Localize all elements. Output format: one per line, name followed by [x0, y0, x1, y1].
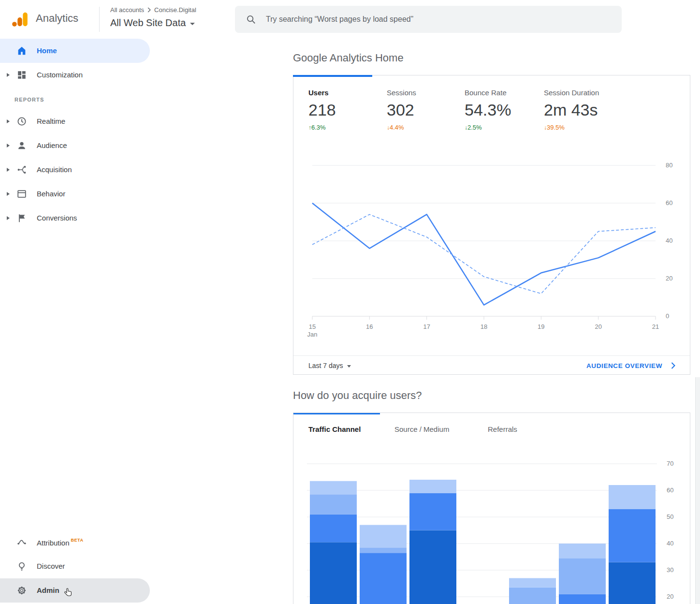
breadcrumb-all-accounts[interactable]: All accounts [110, 6, 144, 14]
sidebar-item-label: Behavior [37, 190, 65, 198]
expand-arrow-icon[interactable] [7, 144, 10, 147]
date-range-selector[interactable]: Last 7 days [308, 362, 351, 369]
expand-arrow-icon[interactable] [7, 119, 10, 123]
realtime-clock-icon [16, 116, 27, 127]
acquisition-branch-icon [16, 164, 27, 175]
traffic-channel-bar-chart[interactable]: 203040506070 [293, 413, 690, 604]
conversions-flag-icon [16, 213, 27, 223]
bar-segment [509, 588, 556, 604]
expand-arrow-icon[interactable] [7, 192, 10, 196]
x-axis-tick-label: 15 [309, 323, 316, 330]
bar-segment [609, 562, 656, 604]
y-axis-tick-label: 70 [667, 460, 673, 467]
chevron-right-icon [671, 362, 675, 369]
beta-badge: BETA [71, 538, 84, 543]
sidebar-item-conversions[interactable]: Conversions [0, 206, 150, 230]
sidebar-item-home[interactable]: Home [0, 39, 150, 63]
bar-segment [310, 494, 357, 514]
mouse-cursor-hand-icon [63, 587, 72, 598]
sidebar-item-label: Customization [37, 71, 83, 79]
acquisition-card: Traffic Channel Source / Medium Referral… [293, 412, 690, 604]
users-trend-line-chart[interactable]: 02040608015Jan161718192021 [293, 75, 690, 374]
sidebar-item-label: Attribution [37, 539, 70, 547]
sidebar-item-discover[interactable]: Discover [0, 554, 150, 578]
y-axis-tick-label: 50 [667, 513, 673, 520]
sidebar-item-label: Realtime [37, 117, 65, 125]
admin-gear-icon [16, 585, 27, 596]
breadcrumb-chevron-icon [147, 7, 151, 13]
product-name: Analytics [36, 12, 78, 25]
y-axis-tick-label: 40 [666, 237, 672, 244]
overview-card: Users 218 ↑6.3% Sessions 302 ↓4.4% Bounc… [293, 75, 690, 375]
bar-segment [310, 542, 357, 604]
bar-segment [360, 547, 407, 553]
vertical-scrollbar[interactable] [695, 377, 700, 604]
bar-segment [559, 594, 606, 604]
sidebar-item-behavior[interactable]: Behavior [0, 182, 150, 206]
expand-arrow-icon[interactable] [7, 216, 10, 220]
sidebar-item-attribution[interactable]: AttributionBETA [0, 530, 150, 554]
chevron-down-icon [347, 365, 351, 368]
bar-segment [360, 553, 407, 604]
search-input[interactable] [266, 15, 622, 24]
bar-segment [559, 558, 606, 594]
search-icon [246, 14, 256, 25]
customization-icon [16, 70, 27, 80]
behavior-window-icon [16, 189, 27, 199]
series-line-previous-period [312, 214, 656, 294]
y-axis-tick-label: 60 [666, 199, 672, 206]
sidebar-item-label: Audience [37, 141, 67, 149]
analytics-logo-icon[interactable] [11, 10, 29, 29]
x-axis-tick-label: 21 [652, 323, 659, 330]
y-axis-tick-label: 30 [667, 566, 673, 574]
bar-segment [409, 493, 456, 530]
sidebar-item-realtime[interactable]: Realtime [0, 109, 150, 133]
sidebar-item-label: Admin [37, 586, 59, 594]
y-axis-tick-label: 20 [667, 593, 673, 600]
google-analytics-app: Analytics All accounts Concise.Digital A… [0, 0, 700, 604]
bar-segment [409, 480, 456, 493]
sidebar-item-label: Acquisition [37, 165, 72, 174]
acquisition-section-title: How do you acquire users? [293, 389, 422, 402]
bar-segment [310, 481, 357, 495]
breadcrumb[interactable]: All accounts Concise.Digital [110, 6, 196, 14]
bar-segment [310, 515, 357, 543]
home-icon [16, 45, 27, 56]
bar-segment [409, 530, 456, 604]
x-axis-tick-label: 16 [366, 323, 373, 330]
date-range-label: Last 7 days [308, 362, 343, 369]
y-axis-tick-label: 20 [666, 275, 672, 282]
sidebar-item-customization[interactable]: Customization [0, 63, 150, 87]
x-axis-tick-label: 18 [481, 323, 487, 330]
sidebar-item-label: Conversions [37, 214, 77, 222]
property-selector[interactable]: All Web Site Data [110, 17, 195, 29]
audience-overview-link[interactable]: AUDIENCE OVERVIEW [586, 362, 675, 369]
x-axis-tick-label: 20 [595, 323, 601, 330]
bar-segment [509, 578, 556, 588]
breadcrumb-account[interactable]: Concise.Digital [154, 6, 196, 14]
sidebar-item-audience[interactable]: Audience [0, 133, 150, 158]
x-axis-tick-label: 19 [538, 323, 544, 330]
series-line-current-period [312, 203, 656, 305]
y-axis-tick-label: 60 [667, 486, 673, 494]
sidebar-item-admin[interactable]: Admin [0, 578, 150, 603]
bar-segment [609, 485, 656, 509]
overview-card-footer: Last 7 days AUDIENCE OVERVIEW [293, 355, 690, 375]
expand-arrow-icon[interactable] [7, 73, 10, 77]
sidebar-item-label: Home [37, 46, 57, 55]
y-axis-tick-label: 80 [666, 162, 672, 169]
x-axis-tick-label: Jan [307, 331, 318, 338]
expand-arrow-icon[interactable] [7, 168, 10, 172]
bar-segment [559, 544, 606, 558]
discover-lightbulb-icon [16, 561, 27, 572]
attribution-icon [16, 537, 27, 547]
y-axis-tick-label: 0 [666, 312, 669, 320]
bar-segment [360, 525, 407, 548]
top-header: Analytics All accounts Concise.Digital A… [0, 0, 700, 39]
search-bar[interactable] [235, 6, 622, 33]
header-divider [99, 7, 100, 32]
audience-person-icon [16, 140, 27, 151]
sidebar-item-acquisition[interactable]: Acquisition [0, 158, 150, 182]
sidebar-item-label: Discover [37, 562, 65, 570]
bar-segment [609, 509, 656, 562]
